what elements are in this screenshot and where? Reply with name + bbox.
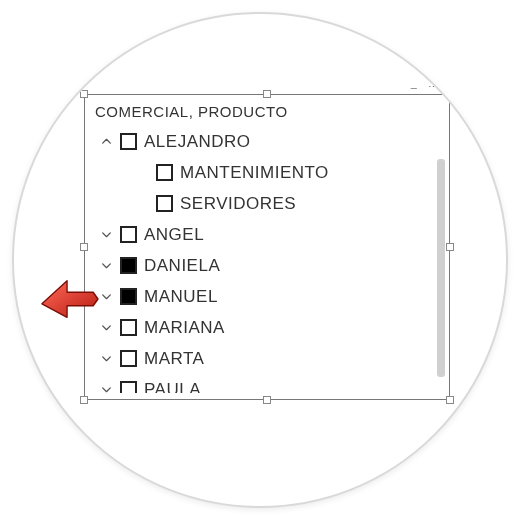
chevron-down-icon[interactable] xyxy=(99,259,113,273)
checkbox[interactable] xyxy=(120,133,137,150)
chevron-down-icon[interactable] xyxy=(99,228,113,242)
tree-row-label: MANUEL xyxy=(144,288,218,305)
checkbox[interactable] xyxy=(120,257,137,274)
tree-row-label: DANIELA xyxy=(144,257,220,274)
checkbox[interactable] xyxy=(120,350,137,367)
tree-row[interactable]: ALEJANDRO xyxy=(91,126,443,157)
spacer xyxy=(135,197,149,211)
tree-row[interactable]: MARIANA xyxy=(91,312,443,343)
checkbox[interactable] xyxy=(120,226,137,243)
resize-handle[interactable] xyxy=(80,396,88,404)
slicer-visual[interactable]: – ⋯ COMERCIAL, PRODUCTO ALEJANDROMANTENI… xyxy=(84,94,450,400)
pointer-arrow-icon xyxy=(40,274,98,324)
tree-row[interactable]: MANTENIMIENTO xyxy=(91,157,443,188)
chevron-down-icon[interactable] xyxy=(99,321,113,335)
checkbox[interactable] xyxy=(120,381,137,393)
checkbox[interactable] xyxy=(156,195,173,212)
tree-row[interactable]: MARTA xyxy=(91,343,443,374)
tree-row-label: ALEJANDRO xyxy=(144,133,251,150)
tree-row[interactable]: SERVIDORES xyxy=(91,188,443,219)
chevron-up-icon[interactable] xyxy=(99,135,113,149)
tree-row-label: PAULA xyxy=(144,381,201,393)
slicer-title: COMERCIAL, PRODUCTO xyxy=(95,103,443,120)
checkbox[interactable] xyxy=(120,288,137,305)
resize-handle[interactable] xyxy=(263,396,271,404)
tree-row-label: MARIANA xyxy=(144,319,225,336)
checkbox[interactable] xyxy=(156,164,173,181)
resize-handle[interactable] xyxy=(446,396,454,404)
checkbox[interactable] xyxy=(120,319,137,336)
resize-handle[interactable] xyxy=(80,90,88,98)
tree-row-label: SERVIDORES xyxy=(180,195,296,212)
resize-handle[interactable] xyxy=(80,243,88,251)
resize-handle[interactable] xyxy=(446,90,454,98)
slicer-body: COMERCIAL, PRODUCTO ALEJANDROMANTENIMIEN… xyxy=(91,101,443,393)
chevron-down-icon[interactable] xyxy=(99,290,113,304)
visual-header-controls[interactable]: – ⋯ xyxy=(411,81,443,94)
tree-row[interactable]: MANUEL xyxy=(91,281,443,312)
chevron-down-icon[interactable] xyxy=(99,383,113,394)
slicer-tree: ALEJANDROMANTENIMIENTOSERVIDORESANGELDAN… xyxy=(91,126,443,393)
tree-row-label: ANGEL xyxy=(144,226,204,243)
resize-handle[interactable] xyxy=(263,90,271,98)
circle-mask: – ⋯ COMERCIAL, PRODUCTO ALEJANDROMANTENI… xyxy=(12,12,508,508)
tree-row[interactable]: ANGEL xyxy=(91,219,443,250)
spacer xyxy=(135,166,149,180)
tree-row[interactable]: DANIELA xyxy=(91,250,443,281)
resize-handle[interactable] xyxy=(446,243,454,251)
chevron-down-icon[interactable] xyxy=(99,352,113,366)
tree-row-label: MARTA xyxy=(144,350,204,367)
tree-row-label: MANTENIMIENTO xyxy=(180,164,329,181)
tree-row[interactable]: PAULA xyxy=(91,374,443,393)
vertical-scrollbar[interactable] xyxy=(437,159,445,377)
